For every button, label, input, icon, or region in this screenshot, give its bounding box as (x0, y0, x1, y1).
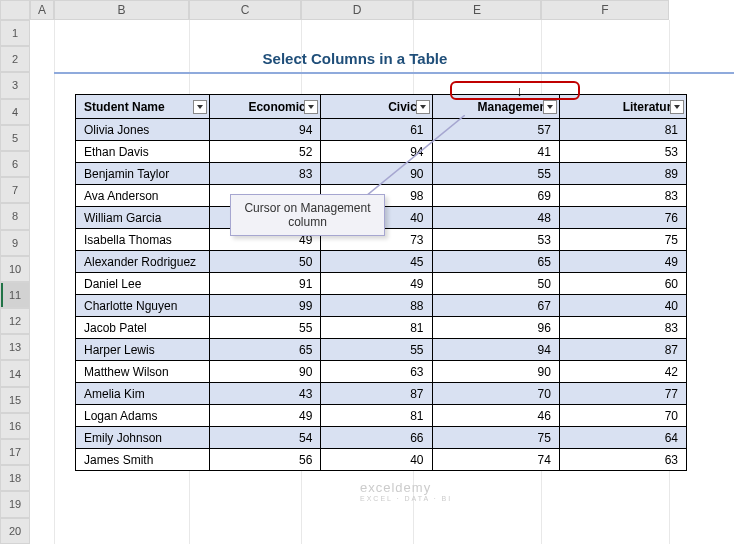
table-cell[interactable]: 81 (321, 405, 432, 427)
col-header-c[interactable]: C (189, 0, 301, 20)
table-cell[interactable]: 83 (210, 163, 321, 185)
row-header-20[interactable]: 20 (0, 518, 30, 544)
table-cell[interactable]: Amelia Kim (76, 383, 210, 405)
row-header-7[interactable]: 7 (0, 177, 30, 203)
table-cell[interactable]: 53 (559, 141, 686, 163)
table-cell[interactable]: 75 (559, 229, 686, 251)
row-header-4[interactable]: 4 (0, 99, 30, 125)
table-row[interactable]: Matthew Wilson90639042 (76, 361, 687, 383)
table-cell[interactable]: 81 (559, 119, 686, 141)
table-cell[interactable]: 83 (559, 185, 686, 207)
table-cell[interactable]: 74 (432, 449, 559, 471)
row-header-14[interactable]: 14 (0, 360, 30, 386)
header-literature[interactable]: Literature (559, 95, 686, 119)
row-header-1[interactable]: 1 (0, 20, 30, 46)
table-cell[interactable]: 94 (210, 119, 321, 141)
table-cell[interactable]: 63 (559, 449, 686, 471)
col-header-e[interactable]: E (413, 0, 541, 20)
table-cell[interactable]: 64 (559, 427, 686, 449)
table-cell[interactable]: Jacob Patel (76, 317, 210, 339)
row-header-16[interactable]: 16 (0, 413, 30, 439)
table-cell[interactable]: Matthew Wilson (76, 361, 210, 383)
table-cell[interactable]: 52 (210, 141, 321, 163)
table-row[interactable]: Amelia Kim43877077 (76, 383, 687, 405)
row-header-15[interactable]: 15 (0, 387, 30, 413)
table-cell[interactable]: 48 (432, 207, 559, 229)
table-cell[interactable]: 55 (321, 339, 432, 361)
row-header-2[interactable]: 2 (0, 46, 30, 72)
table-cell[interactable]: 70 (559, 405, 686, 427)
table-cell[interactable]: 43 (210, 383, 321, 405)
filter-icon[interactable] (670, 100, 684, 114)
table-cell[interactable]: 46 (432, 405, 559, 427)
table-row[interactable]: Emily Johnson54667564 (76, 427, 687, 449)
row-header-5[interactable]: 5 (0, 125, 30, 151)
table-cell[interactable]: 75 (432, 427, 559, 449)
table-cell[interactable]: 87 (321, 383, 432, 405)
table-cell[interactable]: 69 (432, 185, 559, 207)
table-cell[interactable]: 90 (432, 361, 559, 383)
row-header-8[interactable]: 8 (0, 203, 30, 229)
table-cell[interactable]: 89 (559, 163, 686, 185)
table-row[interactable]: Jacob Patel55819683 (76, 317, 687, 339)
filter-icon[interactable] (543, 100, 557, 114)
table-cell[interactable]: 94 (432, 339, 559, 361)
table-cell[interactable]: 63 (321, 361, 432, 383)
table-cell[interactable]: 49 (210, 405, 321, 427)
table-cell[interactable]: 49 (559, 251, 686, 273)
table-cell[interactable]: 53 (432, 229, 559, 251)
row-header-13[interactable]: 13 (0, 334, 30, 360)
table-cell[interactable]: 40 (559, 295, 686, 317)
col-header-f[interactable]: F (541, 0, 669, 20)
table-cell[interactable]: 83 (559, 317, 686, 339)
table-cell[interactable]: 41 (432, 141, 559, 163)
table-row[interactable]: Logan Adams49814670 (76, 405, 687, 427)
table-cell[interactable]: 60 (559, 273, 686, 295)
table-cell[interactable]: 55 (210, 317, 321, 339)
table-cell[interactable]: 66 (321, 427, 432, 449)
row-header-6[interactable]: 6 (0, 151, 30, 177)
row-header-17[interactable]: 17 (0, 439, 30, 465)
table-row[interactable]: Benjamin Taylor83905589 (76, 163, 687, 185)
table-cell[interactable]: Isabella Thomas (76, 229, 210, 251)
table-cell[interactable]: 40 (321, 449, 432, 471)
table-cell[interactable]: Harper Lewis (76, 339, 210, 361)
table-cell[interactable]: 90 (321, 163, 432, 185)
table-cell[interactable]: 61 (321, 119, 432, 141)
table-cell[interactable]: 54 (210, 427, 321, 449)
table-row[interactable]: Ethan Davis52944153 (76, 141, 687, 163)
table-cell[interactable]: Olivia Jones (76, 119, 210, 141)
table-cell[interactable]: 42 (559, 361, 686, 383)
table-cell[interactable]: 70 (432, 383, 559, 405)
table-cell[interactable]: Daniel Lee (76, 273, 210, 295)
table-cell[interactable]: 94 (321, 141, 432, 163)
select-all-corner[interactable] (0, 0, 30, 20)
table-row[interactable]: Charlotte Nguyen99886740 (76, 295, 687, 317)
row-header-3[interactable]: 3 (0, 72, 30, 98)
table-cell[interactable]: Ava Anderson (76, 185, 210, 207)
table-row[interactable]: James Smith56407463 (76, 449, 687, 471)
table-cell[interactable]: 49 (321, 273, 432, 295)
table-row[interactable]: Harper Lewis65559487 (76, 339, 687, 361)
row-header-12[interactable]: 12 (0, 308, 30, 334)
table-cell[interactable]: Emily Johnson (76, 427, 210, 449)
table-cell[interactable]: 57 (432, 119, 559, 141)
table-cell[interactable]: 87 (559, 339, 686, 361)
table-cell[interactable]: 50 (210, 251, 321, 273)
table-cell[interactable]: 65 (210, 339, 321, 361)
table-row[interactable]: Alexander Rodriguez50456549 (76, 251, 687, 273)
table-cell[interactable]: 76 (559, 207, 686, 229)
col-header-a[interactable]: A (30, 0, 54, 20)
col-header-b[interactable]: B (54, 0, 189, 20)
table-cell[interactable]: 81 (321, 317, 432, 339)
table-cell[interactable]: Ethan Davis (76, 141, 210, 163)
table-cell[interactable]: 88 (321, 295, 432, 317)
header-management[interactable]: Management (432, 95, 559, 119)
table-cell[interactable]: William Garcia (76, 207, 210, 229)
table-row[interactable]: Olivia Jones94615781 (76, 119, 687, 141)
table-cell[interactable]: James Smith (76, 449, 210, 471)
row-header-18[interactable]: 18 (0, 465, 30, 491)
row-header-9[interactable]: 9 (0, 230, 30, 256)
table-cell[interactable]: Benjamin Taylor (76, 163, 210, 185)
table-cell[interactable]: 50 (432, 273, 559, 295)
